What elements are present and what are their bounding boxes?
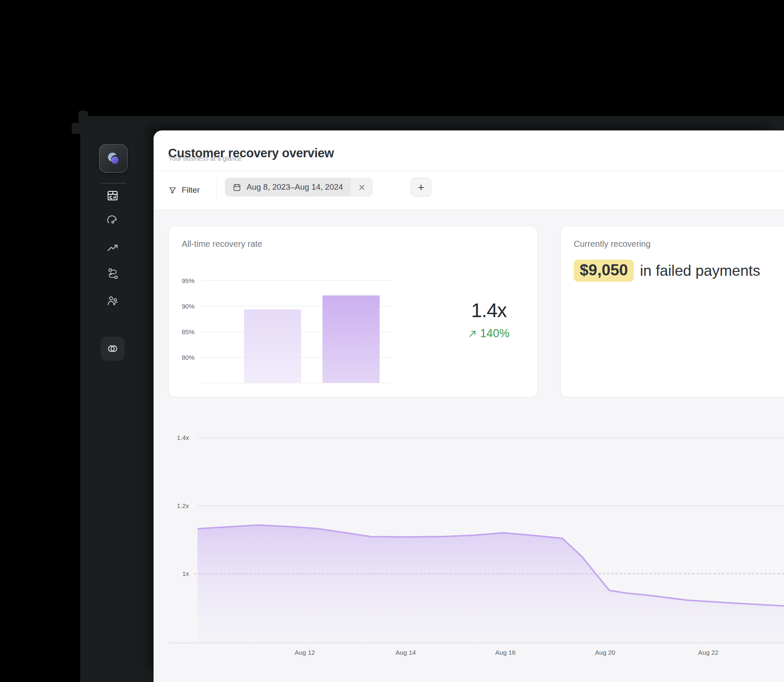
stat-value: 1.4x — [450, 299, 527, 322]
workflow-route-icon — [106, 267, 119, 280]
funnel-icon — [168, 186, 177, 195]
content-window: Customer recovery overview Your business… — [154, 130, 784, 682]
overlapping-circles-icon — [106, 342, 119, 355]
x-axis-line — [168, 642, 784, 643]
mini-y-tick-label: 90% — [169, 303, 195, 310]
plus-icon: + — [418, 182, 424, 193]
trending-up-icon — [106, 242, 119, 254]
remove-date-filter-button[interactable] — [351, 178, 373, 197]
trend-up-arrow-icon — [468, 329, 477, 338]
filter-button[interactable]: Filter — [168, 182, 200, 199]
sidebar-item-recovery[interactable] — [101, 337, 125, 361]
swirl-logo-icon — [105, 150, 122, 167]
x-tick-label: Aug 16 — [495, 649, 516, 656]
currently-recovering-card-title: Currently recovering — [574, 239, 650, 249]
page-header: Customer recovery overview Your business… — [154, 130, 784, 171]
y-tick-label: 1x — [168, 570, 189, 577]
close-icon — [358, 184, 366, 191]
users-icon — [106, 294, 119, 307]
mini-baseline — [201, 383, 393, 383]
recovering-amount-highlight: $9,050 — [574, 260, 634, 282]
date-range-label: Aug 8, 2023–Aug 14, 2024 — [247, 182, 343, 192]
recovering-amount-suffix: in failed payments — [640, 262, 760, 279]
bar-previous — [244, 309, 301, 383]
sidebar-item-trends[interactable] — [101, 236, 125, 260]
date-range-value-segment[interactable]: Aug 8, 2023–Aug 14, 2024 — [225, 178, 351, 197]
area-series — [197, 426, 784, 642]
y-tick-label: 1.2x — [168, 502, 189, 509]
filter-bar: Filter Aug 8, 2023–Aug 14, 2024 — [154, 171, 784, 210]
corner-step-decoration — [72, 123, 81, 134]
x-tick-label: Aug 22 — [698, 649, 719, 656]
page-subtitle: Your business at a glance — [168, 155, 241, 162]
sidebar — [80, 116, 154, 682]
mini-y-tick-label: 80% — [169, 354, 195, 361]
app-logo[interactable] — [99, 144, 128, 173]
stat-delta-value: 140% — [480, 327, 509, 340]
recovery-rate-card: All-time recovery rate 95%90%85%80% 1.4x… — [168, 226, 537, 397]
currently-recovering-card: Currently recovering $9,050 in failed pa… — [560, 226, 784, 397]
add-filter-button[interactable]: + — [411, 178, 431, 197]
bar-current — [322, 295, 380, 383]
mini-y-tick-label: 95% — [169, 277, 195, 284]
recovery-rate-stat: 1.4x 140% — [450, 299, 527, 340]
mini-gridline — [201, 280, 393, 281]
y-tick-label: 1.4x — [168, 434, 189, 441]
app-screenshot: Customer recovery overview Your business… — [0, 0, 784, 682]
filter-divider — [217, 178, 217, 202]
mini-y-tick-label: 85% — [169, 328, 195, 335]
gauge-icon — [106, 214, 119, 227]
x-tick-label: Aug 20 — [595, 649, 616, 656]
filter-button-label: Filter — [182, 185, 200, 195]
sidebar-item-dashboard[interactable] — [101, 184, 125, 208]
date-range-chip[interactable]: Aug 8, 2023–Aug 14, 2024 — [225, 178, 373, 197]
x-tick-label: Aug 14 — [395, 649, 416, 656]
stat-delta: 140% — [450, 327, 527, 340]
calendar-icon — [232, 183, 241, 192]
x-tick-label: Aug 12 — [295, 649, 315, 656]
sidebar-item-customers[interactable] — [101, 289, 125, 312]
recovering-amount-row: $9,050 in failed payments — [574, 260, 760, 282]
sidebar-item-workflows[interactable] — [101, 262, 125, 286]
dashboard-panel-icon — [106, 189, 119, 202]
recovery-multiple-area-chart: 1.4x1.2x1xAug 12Aug 14Aug 16Aug 20Aug 22 — [168, 426, 784, 665]
sidebar-item-performance[interactable] — [101, 208, 125, 232]
